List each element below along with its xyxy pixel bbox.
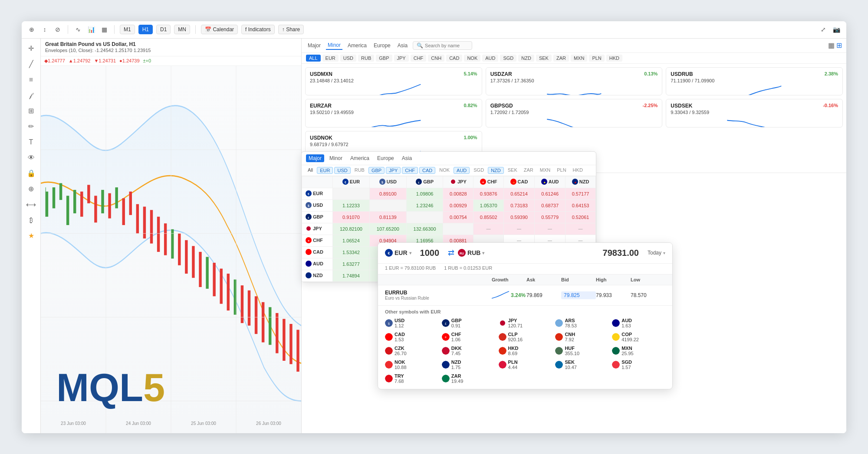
- m-tag-sek[interactable]: SEK: [505, 167, 520, 174]
- other-sym-zar[interactable]: ZAR 19.49: [442, 373, 495, 384]
- cell-usd-chf[interactable]: 1.05370: [473, 199, 504, 211]
- cell-eur-usd[interactable]: 0.89100: [369, 188, 406, 199]
- watch-card-usdzar[interactable]: USDZAR 0.13% 17.37326 / 17.36350: [486, 67, 663, 96]
- list-view-icon[interactable]: ⊞: [836, 41, 842, 49]
- search-bar[interactable]: 🔍: [413, 41, 472, 50]
- matrix-tab-asia[interactable]: Asia: [399, 154, 414, 162]
- m-tag-hkd[interactable]: HKD: [570, 167, 585, 174]
- category-tab-major[interactable]: Major: [306, 42, 322, 49]
- watch-card-usdmxn[interactable]: USDMXN 5.14% 23.14848 / 23.14012: [305, 67, 482, 96]
- line-tool-icon[interactable]: ╱: [25, 58, 38, 71]
- m-tag-chf[interactable]: CHF: [402, 167, 418, 174]
- other-sym-sek[interactable]: SEK 10.47: [555, 359, 608, 370]
- eye-icon[interactable]: 👁: [25, 151, 38, 164]
- other-sym-cop[interactable]: COP 4199.22: [612, 332, 665, 342]
- tf-m1[interactable]: M1: [120, 25, 135, 34]
- other-sym-gbp[interactable]: £ GBP 0.91: [442, 318, 495, 328]
- watch-card-gbpsgd[interactable]: GBPSGD -2.25% 1.72092 / 1.72059: [486, 99, 663, 127]
- watch-card-eurzar[interactable]: EURZAR 0.82% 19.50210 / 19.49559: [305, 99, 482, 127]
- tf-h1[interactable]: H1: [138, 25, 153, 34]
- share-btn[interactable]: ↑ Share: [278, 25, 304, 34]
- conv-date-select[interactable]: Today ▾: [648, 250, 665, 256]
- cell-gbp-nzd[interactable]: 0.52061: [566, 211, 596, 223]
- star-icon[interactable]: ★: [25, 229, 38, 242]
- cell-nzd-eur[interactable]: 1.74894: [333, 270, 370, 281]
- other-sym-cnh[interactable]: CNH 7.92: [555, 332, 608, 342]
- category-tab-asia[interactable]: Asia: [396, 42, 409, 49]
- other-sym-nok[interactable]: NOK 10.88: [385, 359, 438, 370]
- measure-icon[interactable]: ⟷: [25, 198, 38, 211]
- cur-tag-hkd[interactable]: HKD: [606, 55, 622, 62]
- chart-bar-icon[interactable]: ▦: [99, 25, 109, 34]
- cur-tag-rub[interactable]: RUB: [358, 55, 374, 62]
- other-sym-try[interactable]: TRY 7.68: [385, 373, 438, 384]
- tf-mn[interactable]: MN: [174, 25, 190, 34]
- cell-eur-cad[interactable]: 0.65214: [504, 188, 535, 199]
- other-sym-czk[interactable]: CZK 26.70: [385, 346, 438, 356]
- indicators-btn[interactable]: f Indicators: [241, 25, 275, 34]
- cur-tag-nok[interactable]: NOK: [464, 55, 480, 62]
- matrix-tab-minor[interactable]: Minor: [327, 154, 345, 162]
- other-sym-nzd[interactable]: NZD 1.75: [442, 359, 495, 370]
- cell-usd-cad[interactable]: 0.73183: [504, 199, 535, 211]
- tf-d1[interactable]: D1: [156, 25, 171, 34]
- cell-usd-eur[interactable]: 1.12233: [333, 199, 370, 211]
- cur-tag-all[interactable]: ALL: [306, 55, 321, 62]
- category-tab-minor[interactable]: Minor: [326, 41, 342, 50]
- m-tag-nok[interactable]: NOK: [437, 167, 452, 174]
- cell-aud-eur[interactable]: 1.63277: [333, 258, 370, 270]
- cur-tag-sgd[interactable]: SGD: [500, 55, 516, 62]
- grid-view-icon[interactable]: ▦: [828, 41, 835, 49]
- cell-eur-jpy[interactable]: 0.00828: [443, 188, 473, 199]
- pattern-icon[interactable]: ⊞: [25, 105, 38, 118]
- cell-cad-eur[interactable]: 1.53342: [333, 246, 370, 258]
- other-sym-ars[interactable]: ARS 78.53: [555, 318, 608, 328]
- other-sym-dkk[interactable]: DKK 7.45: [442, 346, 495, 356]
- cell-usd-nzd[interactable]: 0.64153: [566, 199, 596, 211]
- m-tag-eur[interactable]: EUR: [317, 167, 333, 174]
- cur-tag-gbp[interactable]: GBP: [376, 55, 392, 62]
- cell-chf-eur[interactable]: 1.06524: [333, 235, 370, 246]
- cell-usd-aud[interactable]: 0.68737: [535, 199, 566, 211]
- m-tag-cad[interactable]: CAD: [419, 167, 435, 174]
- screenshot-icon[interactable]: 📷: [832, 25, 841, 34]
- cell-gbp-cad[interactable]: 0.59390: [504, 211, 535, 223]
- cell-eur-aud[interactable]: 0.61246: [535, 188, 566, 199]
- other-sym-huf[interactable]: HUF 355.10: [555, 346, 608, 356]
- m-tag-nzd[interactable]: NZD: [488, 167, 504, 174]
- to-currency-select[interactable]: RU RUB ▾: [458, 249, 484, 257]
- fib-icon[interactable]: 𝒻: [25, 89, 38, 102]
- m-tag-gbp[interactable]: GBP: [368, 167, 385, 174]
- conv-swap-btn[interactable]: ⇄: [448, 248, 454, 258]
- cur-tag-chf[interactable]: CHF: [411, 55, 427, 62]
- other-sym-usd[interactable]: $ USD 1.12: [385, 318, 438, 328]
- cell-gbp-usd[interactable]: 0.81139: [369, 211, 406, 223]
- cell-jpy-usd[interactable]: 107.65200: [369, 223, 406, 235]
- other-sym-mxn[interactable]: MXN 25.95: [612, 346, 665, 356]
- cell-gbp-jpy[interactable]: 0.00754: [443, 211, 473, 223]
- other-sym-chf[interactable]: + CHF 1.06: [442, 332, 495, 342]
- m-tag-sgd[interactable]: SGD: [471, 167, 487, 174]
- cur-tag-pln[interactable]: PLN: [589, 55, 604, 62]
- other-sym-clp[interactable]: CLP 920.16: [499, 332, 552, 342]
- trade-icon[interactable]: ₿: [25, 214, 38, 227]
- m-tag-pln[interactable]: PLN: [554, 167, 569, 174]
- text-icon[interactable]: T: [25, 136, 38, 149]
- cur-tag-usd[interactable]: USD: [340, 55, 356, 62]
- cur-tag-nzd[interactable]: NZD: [518, 55, 534, 62]
- cur-tag-cad[interactable]: CAD: [446, 55, 462, 62]
- cell-jpy-aud[interactable]: —: [535, 223, 566, 235]
- drag-icon[interactable]: ⊕: [27, 25, 36, 34]
- other-sym-cad[interactable]: CAD 1.53: [385, 332, 438, 342]
- cur-tag-mxn[interactable]: MXN: [571, 55, 587, 62]
- matrix-tab-america[interactable]: America: [348, 154, 372, 162]
- cur-tag-sek[interactable]: SEK: [536, 55, 552, 62]
- cur-tag-eur[interactable]: EUR: [322, 55, 339, 62]
- cell-jpy-eur[interactable]: 120.82100: [333, 223, 370, 235]
- m-tag-usd[interactable]: USD: [334, 167, 350, 174]
- matrix-tab-europe[interactable]: Europe: [375, 154, 397, 162]
- cell-gbp-eur[interactable]: 0.91070: [333, 211, 370, 223]
- search-input[interactable]: [425, 43, 468, 48]
- cursor-icon[interactable]: ↕: [40, 25, 49, 34]
- conv-main-row[interactable]: EURRUB Euro vs Russian Ruble 3.24% 79.86…: [378, 285, 672, 305]
